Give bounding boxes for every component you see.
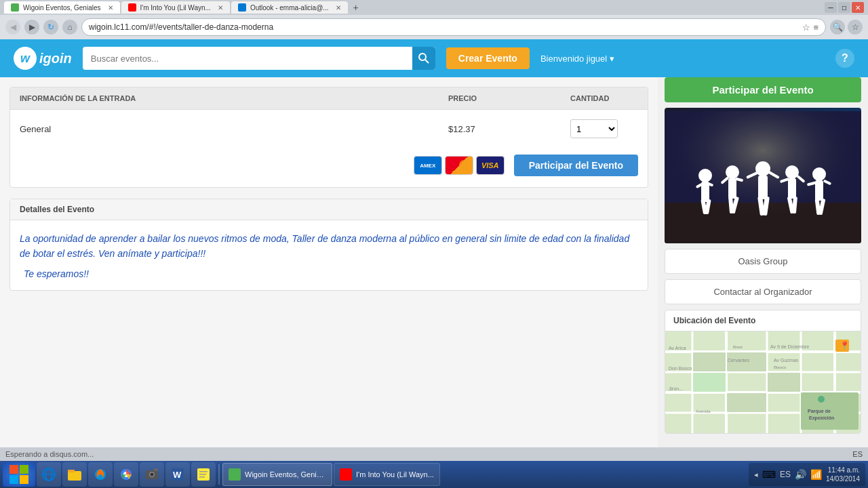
sidebar-participate-button[interactable]: Participar del Evento — [665, 77, 861, 102]
maximize-button[interactable]: □ — [838, 2, 850, 13]
bienvenido-text: Bienvenido jiguel — [540, 54, 607, 64]
amex-icon: AMEX — [414, 156, 442, 175]
svg-rect-65 — [9, 465, 18, 474]
tab-close-ol[interactable]: ✕ — [336, 4, 341, 12]
card-icons: AMEX VISA — [414, 156, 505, 175]
logo-circle: w — [14, 47, 37, 70]
svg-point-29 — [812, 167, 826, 181]
tab-close-wigoin[interactable]: ✕ — [108, 4, 113, 12]
tray-arrow[interactable]: ◂ — [754, 470, 758, 479]
search-button[interactable] — [412, 47, 435, 70]
participate-button[interactable]: Participar del Evento — [514, 155, 638, 176]
tray-network: 📶 — [810, 469, 822, 480]
svg-text:Jiron...: Jiron... — [669, 386, 683, 391]
svg-point-0 — [419, 54, 426, 60]
tray-volume[interactable]: 🔊 — [795, 469, 806, 480]
search-input[interactable] — [83, 47, 435, 70]
taskbar-app-wigoin[interactable]: Wigoin Eventos, Geniales — [222, 463, 332, 486]
tab-favicon-ol — [238, 3, 246, 12]
event-details-body: La oportunidad de aprender a bailar los … — [10, 220, 648, 290]
lang-indicator: ES — [852, 450, 863, 458]
svg-rect-67 — [9, 475, 18, 484]
svg-rect-72 — [68, 471, 81, 481]
start-button[interactable] — [3, 462, 35, 487]
svg-point-5 — [698, 169, 712, 182]
search-toolbar-icon[interactable]: 🔍 — [830, 20, 845, 35]
address-text: wigoin.lc11.com/#!/events/taller-de-danz… — [89, 22, 802, 32]
col-qty: CANTIDAD — [570, 94, 638, 102]
tab-yt[interactable]: I'm Into You (Lil Wayn... ✕ — [121, 1, 230, 14]
help-button[interactable]: ? — [835, 49, 854, 68]
star-toolbar-icon[interactable]: ☆ — [848, 20, 863, 35]
contact-organizer-button[interactable]: Contactar al Organizador — [665, 279, 861, 304]
event-cta: Te esperamos!! — [20, 268, 638, 279]
logo-text: igoin — [39, 51, 72, 66]
tray-date: 14/03/2014 — [826, 474, 860, 483]
chrome-logo — [119, 467, 134, 482]
camera-icon — [144, 467, 159, 482]
tab-favicon-yt — [128, 3, 136, 12]
crear-evento-button[interactable]: Crear Evento — [446, 47, 530, 69]
svg-rect-47 — [768, 373, 800, 392]
firefox-logo — [93, 467, 108, 482]
tab-outlook[interactable]: Outlook - emma-alicia@... ✕ — [231, 1, 348, 14]
svg-text:Parque de: Parque de — [808, 409, 831, 414]
map-area[interactable]: Av Arica Don Bosco Jiron... Avenida Bres… — [665, 331, 861, 433]
svg-text:W: W — [173, 470, 182, 480]
back-button[interactable]: ◀ — [5, 20, 20, 35]
taskbar-divider — [218, 464, 220, 485]
sidebar-participate-label: Participar del Evento — [712, 84, 813, 96]
tab-label-ol: Outlook - emma-alicia@... — [250, 4, 329, 12]
main-content: INFORMACIÓN DE LA ENTRADA PRECIO CANTIDA… — [0, 77, 658, 461]
folder-icon — [67, 467, 82, 482]
ticket-qty-wrap: 1 2 3 4 5 — [570, 119, 638, 138]
logo[interactable]: w igoin — [14, 47, 72, 70]
toolbar-right: 🔍 ☆ — [830, 20, 863, 35]
location-box: Ubicación del Evento — [665, 310, 861, 434]
windows-logo — [8, 464, 30, 485]
svg-rect-80 — [154, 468, 158, 471]
svg-text:Avenida: Avenida — [696, 409, 711, 413]
address-bar[interactable]: wigoin.lc11.com/#!/events/taller-de-danz… — [81, 18, 826, 36]
home-button[interactable]: ⌂ — [62, 20, 77, 35]
word-icon[interactable]: W — [165, 462, 190, 487]
bookmark-icon[interactable]: ☆ — [802, 22, 810, 33]
minimize-button[interactable]: ─ — [825, 2, 837, 13]
status-right: ES — [852, 450, 863, 458]
bienvenido-dropdown[interactable]: Bienvenido jiguel ▾ — [540, 54, 614, 64]
taskbar-app-label-wigoin: Wigoin Eventos, Geniales — [245, 470, 326, 479]
firefox-icon[interactable] — [88, 462, 113, 487]
close-button[interactable]: ✕ — [852, 2, 864, 13]
ticket-name: General — [20, 124, 448, 134]
search-wrap — [83, 47, 435, 70]
svg-line-1 — [425, 60, 429, 63]
tray-time-date: 11:44 a.m. 14/03/2014 — [826, 466, 860, 483]
svg-rect-66 — [20, 465, 28, 474]
reload-button[interactable]: ↻ — [43, 20, 58, 35]
taskbar-app-label-yt: I'm Into You (Lil Wayn... — [356, 470, 434, 479]
svg-text:📍: 📍 — [840, 340, 850, 350]
tab-label-wigoin: Wigoin Eventos, Geniales — [23, 4, 101, 12]
forward-button[interactable]: ▶ — [24, 20, 39, 35]
ie-icon[interactable] — [37, 462, 61, 487]
mastercard-icon — [445, 156, 473, 175]
tab-close-yt[interactable]: ✕ — [218, 4, 223, 12]
taskbar-app-icon-yt — [340, 468, 352, 481]
media-icon[interactable] — [140, 462, 164, 487]
address-icons: ☆ ≡ — [802, 22, 818, 33]
quantity-select[interactable]: 1 2 3 4 5 — [570, 119, 618, 138]
page-wrapper: w igoin Crear Evento Bienvenido jiguel ▾… — [0, 39, 868, 461]
explorer-icon[interactable] — [62, 462, 87, 487]
ie-logo — [41, 467, 56, 482]
tab-bar: Wigoin Eventos, Geniales ✕ I'm Into You … — [4, 1, 363, 14]
tab-wigoin[interactable]: Wigoin Eventos, Geniales ✕ — [4, 1, 120, 14]
event-description: La oportunidad de aprender a bailar los … — [20, 231, 638, 262]
reader-icon[interactable]: ≡ — [813, 22, 818, 33]
chrome-icon[interactable] — [114, 462, 138, 487]
notes-icon[interactable] — [191, 462, 216, 487]
taskbar-app-yt[interactable]: I'm Into You (Lil Wayn... — [334, 463, 440, 486]
logo-letter: w — [20, 52, 30, 66]
sticky-note-icon — [196, 467, 211, 482]
nav-bar: ◀ ▶ ↻ ⌂ wigoin.lc11.com/#!/events/taller… — [0, 15, 868, 39]
new-tab-button[interactable]: + — [349, 1, 363, 14]
